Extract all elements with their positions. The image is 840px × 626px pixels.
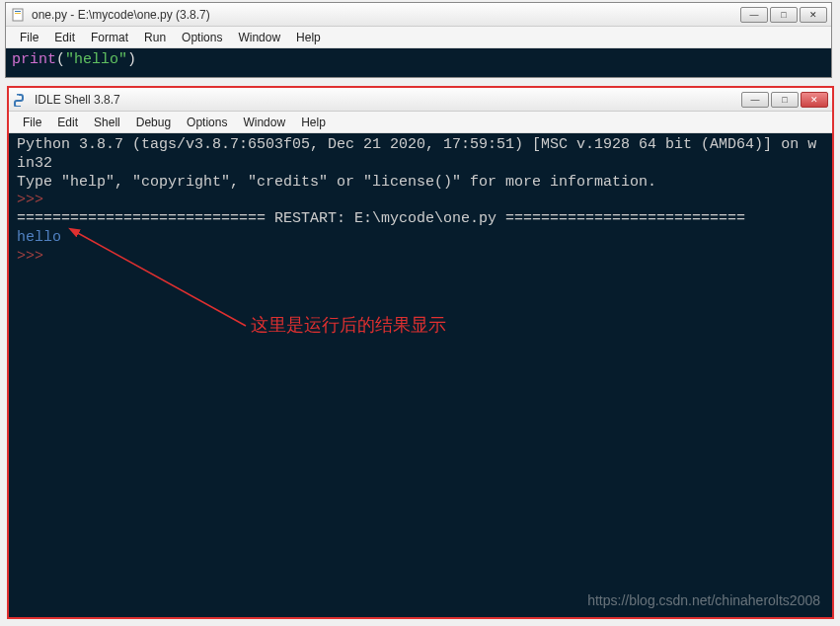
shell-window: IDLE Shell 3.8.7 — □ ✕ File Edit Shell D… — [7, 86, 834, 619]
menu-help[interactable]: Help — [288, 29, 329, 46]
shell-output: hello — [17, 229, 824, 248]
shell-banner-2: Type "help", "copyright", "credits" or "… — [17, 174, 824, 193]
shell-window-controls: — □ ✕ — [741, 92, 828, 108]
watermark: https://blog.csdn.net/chinaherolts2008 — [587, 592, 820, 610]
menu-shell[interactable]: Shell — [86, 114, 128, 131]
svg-rect-1 — [15, 11, 21, 12]
maximize-button[interactable]: □ — [771, 92, 799, 108]
python-shell-icon — [13, 92, 29, 108]
close-button[interactable]: ✕ — [800, 7, 827, 23]
shell-restart: ============================ RESTART: E:… — [17, 210, 824, 229]
svg-rect-2 — [15, 13, 21, 14]
menu-window[interactable]: Window — [230, 29, 288, 46]
menu-debug[interactable]: Debug — [128, 114, 179, 131]
menu-window[interactable]: Window — [235, 114, 293, 131]
annotation-text: 这里是运行后的结果显示 — [251, 314, 446, 337]
menu-file[interactable]: File — [15, 114, 49, 131]
menu-format[interactable]: Format — [83, 29, 136, 46]
menu-file[interactable]: File — [12, 29, 46, 46]
editor-titlebar[interactable]: one.py - E:\mycode\one.py (3.8.7) — □ ✕ — [6, 3, 831, 27]
editor-menubar: File Edit Format Run Options Window Help — [6, 27, 831, 48]
menu-help[interactable]: Help — [293, 114, 334, 131]
shell-content[interactable]: Python 3.8.7 (tags/v3.8.7:6503f05, Dec 2… — [9, 133, 832, 617]
shell-banner-1: Python 3.8.7 (tags/v3.8.7:6503f05, Dec 2… — [17, 136, 824, 174]
shell-titlebar[interactable]: IDLE Shell 3.8.7 — □ ✕ — [9, 88, 832, 112]
editor-window-controls: — □ ✕ — [740, 7, 827, 23]
svg-point-3 — [17, 95, 19, 97]
code-keyword: print — [12, 51, 56, 68]
editor-title: one.py - E:\mycode\one.py (3.8.7) — [32, 8, 740, 22]
maximize-button[interactable]: □ — [770, 7, 798, 23]
editor-content[interactable]: print("hello") — [6, 48, 831, 77]
svg-rect-0 — [13, 9, 23, 21]
minimize-button[interactable]: — — [741, 92, 769, 108]
shell-title: IDLE Shell 3.8.7 — [35, 93, 741, 107]
menu-edit[interactable]: Edit — [49, 114, 86, 131]
code-paren-open: ( — [56, 51, 65, 68]
code-paren-close: ) — [127, 51, 136, 68]
menu-run[interactable]: Run — [136, 29, 174, 46]
code-string: "hello" — [65, 51, 127, 68]
menu-options[interactable]: Options — [174, 29, 230, 46]
menu-edit[interactable]: Edit — [46, 29, 83, 46]
shell-prompt: >>> — [17, 192, 824, 210]
python-file-icon — [10, 7, 26, 23]
shell-prompt: >>> — [17, 248, 824, 267]
menu-options[interactable]: Options — [179, 114, 235, 131]
close-button[interactable]: ✕ — [801, 92, 828, 108]
minimize-button[interactable]: — — [740, 7, 768, 23]
shell-menubar: File Edit Shell Debug Options Window Hel… — [9, 112, 832, 133]
editor-window: one.py - E:\mycode\one.py (3.8.7) — □ ✕ … — [5, 2, 832, 78]
